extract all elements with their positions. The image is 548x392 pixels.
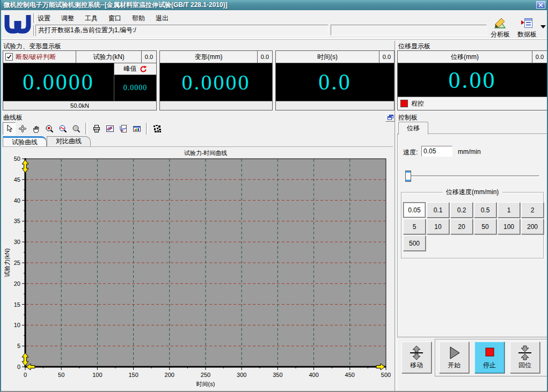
control-board-title: 控制板	[398, 113, 418, 122]
barcode-icon	[153, 124, 162, 133]
speed-slider-handle[interactable]	[405, 171, 411, 182]
data-panel-icon	[521, 18, 534, 29]
speed-option-button[interactable]: 500	[403, 235, 426, 251]
pan-tool-button[interactable]	[16, 122, 29, 135]
svg-text:0: 0	[17, 364, 20, 370]
time-footer	[276, 101, 394, 110]
zoom-out-tool-button[interactable]	[70, 122, 83, 135]
speed-option-button[interactable]: 2	[521, 202, 544, 218]
speed-input[interactable]	[421, 146, 452, 157]
play-icon	[446, 345, 462, 360]
speed-option-button[interactable]: 50	[474, 219, 496, 234]
svg-text:200: 200	[165, 372, 174, 378]
menu-item-tools[interactable]: 工具	[84, 13, 99, 24]
program-control-label: 程控	[411, 99, 424, 108]
window-title: 微机控制电子万能试验机测控系统--[金属材料室温拉伸试验(GB/T 228.1-…	[4, 1, 228, 9]
svg-text:35: 35	[14, 218, 20, 224]
displacement-display-panel: 位移(mm) 0.0 0.00 程控	[397, 50, 547, 110]
svg-text:400: 400	[309, 372, 318, 378]
speed-option-button[interactable]: 200	[521, 219, 544, 234]
deformation-rate: 0.0	[257, 51, 272, 63]
force-time-chart: 试验力-时间曲线05101520253035404550050100150200…	[3, 147, 393, 391]
panel-window-icon	[133, 124, 141, 133]
move-button-label: 移动	[410, 361, 423, 370]
hand-icon	[32, 124, 40, 133]
curve-chart-button[interactable]	[104, 122, 116, 135]
tab-test-curve[interactable]: 试验曲线	[3, 136, 47, 146]
speed-option-button[interactable]: 0.5	[474, 202, 496, 218]
speed-unit: mm/min	[458, 148, 481, 156]
menu-toolbar-area: 设置 调整 工具 窗口 帮助 退出 共打开数据1条,当前位置为1,编号:/ 分析…	[1, 10, 547, 40]
zoom-curve-tool-button[interactable]	[56, 122, 69, 135]
zoom-box-tool-button[interactable]	[43, 122, 56, 135]
speed-option-button[interactable]: 10	[427, 219, 449, 234]
print-button[interactable]	[90, 122, 103, 135]
svg-text:350: 350	[273, 372, 282, 378]
svg-text:15: 15	[14, 301, 20, 308]
close-button[interactable]	[536, 1, 545, 9]
speed-preset-group-title: 位移速度(mm/min)	[443, 188, 502, 197]
analysis-panel-label: 分析板	[491, 30, 510, 39]
svg-text:0: 0	[24, 372, 27, 378]
move-button[interactable]: 移动	[401, 342, 432, 373]
analysis-icon	[494, 18, 507, 29]
hand-tool-button[interactable]	[30, 122, 42, 135]
menu-item-adjust[interactable]: 调整	[60, 13, 75, 24]
data-panel-button[interactable]: 数据板	[514, 17, 540, 40]
titlebar: 微机控制电子万能试验机测控系统--[金属材料室温拉伸试验(GB/T 228.1-…	[1, 0, 547, 10]
data-panel-tool-button[interactable]	[130, 122, 143, 135]
home-button[interactable]: 回位	[510, 342, 540, 373]
speed-option-button[interactable]: 1	[498, 202, 520, 218]
speed-option-button[interactable]: 5	[403, 219, 426, 234]
data-panel-label: 数据板	[517, 30, 537, 39]
svg-text:150: 150	[128, 372, 138, 378]
speed-slider-track[interactable]	[405, 175, 539, 177]
break-judge-checkbox[interactable]	[5, 53, 13, 61]
printer-icon	[92, 124, 101, 133]
menu-item-help[interactable]: 帮助	[131, 13, 146, 24]
svg-text:50: 50	[14, 156, 20, 162]
analysis-panel-button[interactable]: 分析板	[487, 17, 513, 40]
time-value: 0.0	[276, 63, 394, 101]
speed-option-button[interactable]: 0.1	[427, 202, 449, 218]
curve-board-restore-button[interactable]	[385, 113, 395, 122]
svg-text:25: 25	[14, 260, 20, 266]
tab-compare-curve[interactable]: 对比曲线	[47, 136, 91, 146]
brand-logo	[3, 12, 32, 37]
peak-reset-icon[interactable]	[140, 65, 147, 73]
peak-label: 峰值	[124, 64, 137, 73]
deformation-display-panel: 变形(mm) 0.0 0.0000	[159, 50, 273, 110]
svg-text:试验力-时间曲线: 试验力-时间曲线	[184, 150, 228, 156]
displacement-value: 0.00	[398, 63, 547, 97]
move-arrows-icon	[408, 345, 425, 360]
svg-text:40: 40	[14, 197, 20, 204]
control-tab-displacement[interactable]: 位移	[398, 122, 428, 135]
menu-item-window[interactable]: 窗口	[107, 13, 122, 24]
zoom-box-icon	[45, 124, 54, 133]
toolbar-dropdown-icon[interactable]	[540, 25, 546, 28]
start-button[interactable]: 开始	[439, 342, 469, 373]
stop-button[interactable]: 停止	[474, 342, 505, 373]
speed-option-button[interactable]: 0.2	[450, 202, 473, 218]
menu-item-exit[interactable]: 退出	[155, 13, 170, 24]
displacement-board-title: 位移显示板	[398, 42, 430, 51]
chart-area: 试验力-时间曲线05101520253035404550050100150200…	[3, 146, 393, 391]
speed-option-button[interactable]: 20	[450, 219, 473, 234]
svg-text:时间(s): 时间(s)	[196, 381, 215, 387]
zoom-curve-icon	[59, 124, 67, 133]
displacement-mode-bar: 程控	[398, 97, 547, 110]
export-curve-button[interactable]	[117, 122, 130, 135]
home-button-label: 回位	[518, 361, 531, 370]
svg-text:300: 300	[237, 372, 246, 378]
svg-text:50: 50	[58, 372, 64, 378]
close-icon	[538, 3, 543, 8]
menu-item-settings[interactable]: 设置	[36, 13, 52, 24]
cursor-tool-button[interactable]	[3, 122, 16, 135]
zoom-out-icon	[72, 124, 81, 133]
status-message-box: 共打开数据1条,当前位置为1,编号:/	[35, 25, 328, 36]
svg-text:10: 10	[14, 322, 20, 328]
speed-option-button[interactable]: 100	[498, 219, 520, 234]
speed-option-button[interactable]: 0.05	[403, 202, 426, 218]
app-window: 微机控制电子万能试验机测控系统--[金属材料室温拉伸试验(GB/T 228.1-…	[0, 0, 548, 392]
barcode-tool-button[interactable]	[151, 122, 164, 135]
